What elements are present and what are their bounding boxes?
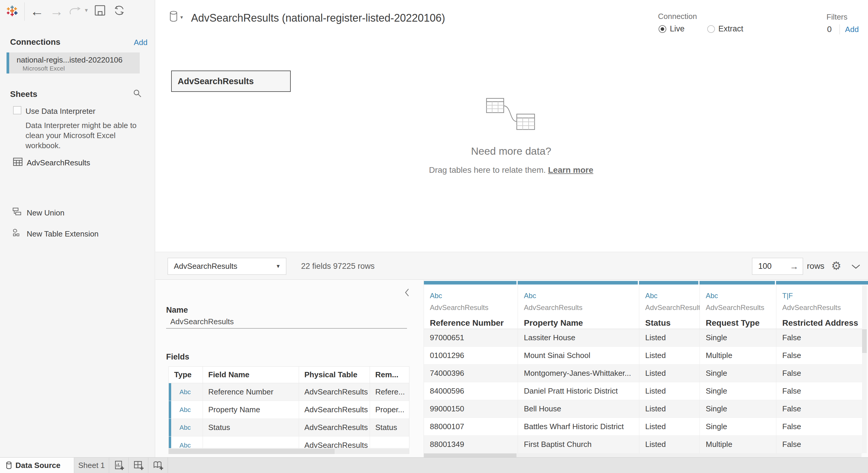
fields-row[interactable]: AbcStatusAdvSearchResultsStatus [169, 419, 409, 437]
grid-hscroll-thumb[interactable] [424, 453, 517, 457]
grid-hscrollbar[interactable] [424, 453, 862, 457]
add-filter-link[interactable]: Add [845, 25, 859, 34]
name-input[interactable]: AdvSearchResults [166, 314, 407, 329]
live-radio[interactable] [658, 25, 666, 33]
field-table-name: AdvSearchResults [706, 303, 776, 312]
grid-cell[interactable]: Lassiter House [518, 329, 639, 347]
expand-chevron-icon[interactable] [851, 264, 860, 270]
grid-cell[interactable]: False [776, 382, 862, 400]
learn-more-link[interactable]: Learn more [548, 165, 594, 175]
grid-row: 01001296Mount Sinai SchoolListedMultiple… [424, 347, 862, 365]
use-data-interpreter-checkbox[interactable] [13, 106, 21, 114]
save-button[interactable] [94, 5, 105, 17]
grid-cell[interactable]: First Baptist Church [518, 436, 639, 453]
tab-sheet-1[interactable]: Sheet 1 [74, 458, 109, 473]
grid-cell[interactable]: Listed [639, 382, 700, 400]
tableau-data-source-window: ← → ▾ Connections Add national-regis...i… [0, 0, 868, 473]
fields-table-hscrollbar[interactable] [168, 449, 409, 454]
tableau-logo-icon[interactable] [6, 5, 19, 19]
grid-column-header[interactable]: T|FAdvSearchResultsRestricted Address [776, 284, 862, 329]
grid-cell[interactable]: Listed [639, 365, 700, 382]
grid-cell[interactable]: 99000150 [424, 400, 518, 418]
undo-caret-icon[interactable]: ▾ [85, 6, 88, 13]
grid-cell[interactable]: Montgomery-Janes-Whittaker... [518, 365, 639, 382]
grid-cell[interactable]: Listed [639, 347, 700, 365]
refresh-button[interactable] [113, 4, 125, 18]
grid-cell[interactable]: False [776, 418, 862, 436]
sidebar-table-advsearchresults[interactable]: AdvSearchResults [27, 158, 90, 167]
fields-row[interactable]: AbcAdvSearchResults [169, 437, 409, 448]
new-story-button[interactable] [148, 458, 168, 473]
grid-column-header[interactable]: AbcAdvSearchResultsRequest Type [700, 284, 776, 329]
fields-table-hscroll-thumb[interactable] [168, 449, 335, 454]
tab-data-source-label: Data Source [16, 461, 61, 470]
new-worksheet-button[interactable] [109, 458, 129, 473]
new-table-extension-button[interactable]: New Table Extension [27, 229, 98, 239]
column-accent-bar [776, 281, 868, 284]
search-icon[interactable] [133, 89, 142, 99]
grid-cell[interactable]: Multiple [700, 436, 776, 453]
grid-cell[interactable]: 97000651 [424, 329, 518, 347]
connection-item[interactable]: national-regis...isted-20220106 Microsof… [6, 53, 140, 73]
grid-cell[interactable]: Daniel Pratt Historic District [518, 382, 639, 400]
grid-cell[interactable]: False [776, 400, 862, 418]
grid-cell[interactable]: False [776, 365, 862, 382]
connection-type: Microsoft Excel [23, 65, 65, 72]
row-count-input[interactable]: 100 → [752, 258, 803, 275]
datasource-cylinder-icon[interactable] [169, 11, 178, 23]
grid-column-header[interactable]: AbcAdvSearchResultsReference Number [424, 284, 518, 329]
grid-cell[interactable]: Mount Sinai School [518, 347, 639, 365]
grid-cell[interactable]: Listed [639, 436, 700, 453]
grid-cell[interactable]: Single [700, 418, 776, 436]
grid-row: 74000396Montgomery-Janes-Whittaker...Lis… [424, 365, 862, 382]
grid-cell[interactable]: Listed [639, 418, 700, 436]
datasource-title: AdvSearchResults (national-register-list… [191, 12, 445, 24]
new-union-button[interactable]: New Union [27, 208, 64, 217]
grid-column-header[interactable]: AbcAdvSearchResultsStatus [639, 284, 700, 329]
grid-cell[interactable]: Bell House [518, 400, 639, 418]
column-accent-bar [639, 281, 698, 284]
field-type-icon: Abc [169, 437, 203, 448]
apply-rows-arrow-icon[interactable]: → [790, 258, 799, 274]
fields-column-header[interactable]: Rem... [370, 367, 409, 383]
grid-cell[interactable]: Single [700, 382, 776, 400]
grid-cell[interactable]: Multiple [700, 347, 776, 365]
grid-vscrollbar[interactable] [862, 285, 867, 453]
back-button[interactable]: ← [30, 1, 44, 22]
grid-cell[interactable]: 88000107 [424, 418, 518, 436]
grid-cell[interactable]: Single [700, 365, 776, 382]
forward-button[interactable]: → [50, 1, 63, 22]
collapse-metadata-chevron-icon[interactable] [405, 289, 409, 298]
fields-row[interactable]: AbcReference NumberAdvSearchResultsRefer… [169, 383, 409, 401]
fields-column-header[interactable]: Type [169, 367, 203, 383]
grid-column-header[interactable]: AbcAdvSearchResultsProperty Name [518, 284, 639, 329]
grid-cell[interactable]: False [776, 347, 862, 365]
grid-cell[interactable]: 74000396 [424, 365, 518, 382]
grid-cell[interactable]: False [776, 436, 862, 453]
undo-icon[interactable] [68, 7, 82, 16]
grid-cell[interactable]: Single [700, 400, 776, 418]
grid-cell[interactable]: False [776, 329, 862, 347]
fields-row[interactable]: AbcProperty NameAdvSearchResultsProper..… [169, 401, 409, 419]
grid-cell[interactable]: 84000596 [424, 382, 518, 400]
gear-icon[interactable]: ⚙ [831, 252, 841, 280]
fields-cell: Status [203, 419, 299, 437]
grid-cell[interactable]: Battles Wharf Historic District [518, 418, 639, 436]
tab-data-source[interactable]: Data Source [0, 458, 74, 473]
connection-label: Connection [658, 12, 697, 21]
extract-radio[interactable] [707, 25, 715, 33]
grid-cell[interactable]: 88001349 [424, 436, 518, 453]
fields-column-header[interactable]: Physical Table [299, 367, 370, 383]
need-more-data-title: Need more data? [437, 145, 585, 157]
grid-vscroll-thumb[interactable] [862, 329, 867, 353]
add-connection-link[interactable]: Add [134, 38, 148, 47]
table-select-dropdown[interactable]: AdvSearchResults ▼ [167, 258, 286, 275]
new-dashboard-button[interactable] [129, 458, 148, 473]
datasource-caret-icon[interactable]: ▾ [180, 14, 183, 21]
grid-cell[interactable]: Listed [639, 400, 700, 418]
fields-column-header[interactable]: Field Name [203, 367, 299, 383]
canvas-table-advsearchresults[interactable]: AdvSearchResults [171, 71, 291, 92]
grid-cell[interactable]: Single [700, 329, 776, 347]
grid-cell[interactable]: Listed [639, 329, 700, 347]
grid-cell[interactable]: 01001296 [424, 347, 518, 365]
